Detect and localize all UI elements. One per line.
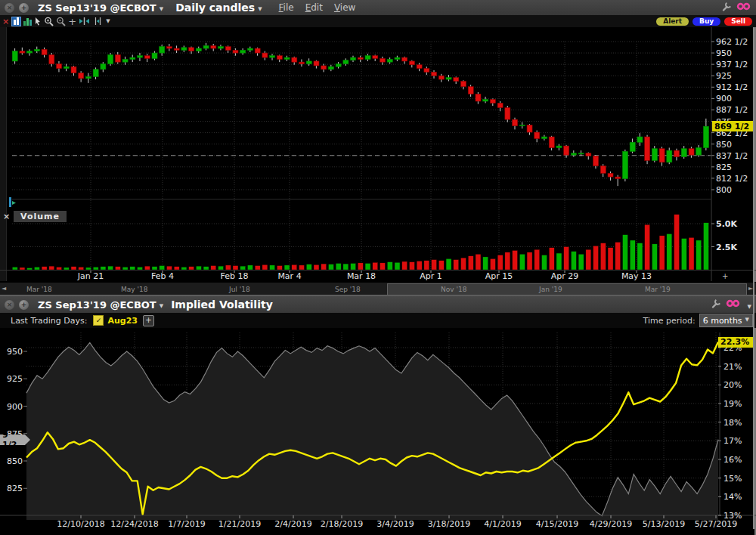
sell-button[interactable]: Sell (724, 17, 752, 26)
svg-text:19%: 19% (723, 399, 742, 409)
svg-text:900: 900 (716, 94, 732, 104)
menu-bar: File Edit View (279, 2, 356, 13)
chart-type-icon[interactable] (11, 17, 21, 26)
last-trading-days-label: Last Trading Days: (11, 316, 87, 326)
link-group-icon[interactable] (736, 1, 751, 15)
contract-label: ZS Sep13'19 @ECBOT (38, 2, 156, 14)
expiry-label[interactable]: Aug23 (107, 316, 138, 326)
svg-text:Jan 21: Jan 21 (77, 271, 104, 281)
svg-text:812 1/2: 812 1/2 (716, 174, 748, 184)
svg-text:Feb 18: Feb 18 (221, 271, 249, 281)
time-period-select[interactable]: 6 months (699, 314, 753, 327)
remove-study-icon[interactable]: × (2, 17, 9, 26)
right-edge-strip (753, 27, 754, 529)
timeline-label: Jan '19 (539, 286, 562, 293)
timeline-label: May '18 (121, 286, 147, 293)
contract-label: ZS Sep13'19 @ECBOT (38, 299, 156, 311)
svg-text:2.5K: 2.5K (716, 243, 737, 252)
iv-chart-titlebar: × + ZS Sep13'19 @ECBOT Implied Volatilit… (0, 296, 756, 313)
svg-text:Apr 15: Apr 15 (485, 271, 513, 281)
study-title: Implied Volatility (171, 298, 273, 311)
link-group-icon[interactable] (726, 298, 751, 312)
close-window-icon[interactable]: × (5, 3, 14, 13)
svg-text:16%: 16% (723, 455, 742, 465)
toolbar-dropdown-icon[interactable]: ▼ (106, 17, 110, 26)
svg-text:5/27/2019: 5/27/2019 (695, 519, 737, 529)
volume-close-icon[interactable]: × (3, 212, 10, 221)
add-expiry-button[interactable]: + (143, 315, 154, 326)
last-price-tag: 869 1/2 (712, 121, 754, 131)
timeline-label: Nov '18 (441, 286, 466, 293)
svg-text:837 1/2: 837 1/2 (716, 151, 748, 161)
svg-text:Apr 1: Apr 1 (420, 271, 442, 281)
svg-text:Feb 4: Feb 4 (151, 271, 174, 281)
svg-text:2/18/2019: 2/18/2019 (321, 519, 363, 529)
svg-text:12/10/2018: 12/10/2018 (57, 519, 104, 529)
svg-text:20%: 20% (723, 380, 742, 390)
contract-selector[interactable]: ZS Sep13'19 @ECBOT (38, 2, 163, 14)
svg-text:4/1/2019: 4/1/2019 (484, 519, 521, 529)
svg-text:962 1/2: 962 1/2 (716, 37, 748, 47)
contract-selector[interactable]: ZS Sep13'19 @ECBOT (38, 299, 163, 311)
svg-text:1/7/2019: 1/7/2019 (168, 519, 205, 529)
svg-text:17%: 17% (723, 436, 742, 446)
svg-text:825: 825 (716, 162, 732, 172)
close-window-icon[interactable]: × (5, 300, 14, 310)
menu-view[interactable]: View (334, 2, 355, 13)
expiry-checkbox[interactable]: ✓ (93, 315, 104, 326)
svg-text:5.0K: 5.0K (716, 219, 737, 229)
add-window-icon[interactable]: + (19, 300, 29, 310)
chart-type-selector[interactable]: Daily candles (175, 2, 262, 14)
menu-edit[interactable]: Edit (305, 2, 323, 13)
cursor-icon[interactable] (34, 17, 42, 26)
zoom-out-icon[interactable] (56, 17, 66, 26)
zoom-in-icon[interactable] (44, 17, 54, 26)
svg-text:3/4/2019: 3/4/2019 (376, 519, 414, 529)
alert-button[interactable]: Alert (656, 17, 689, 26)
svg-text:14%: 14% (723, 492, 742, 502)
svg-text:21%: 21% (723, 362, 742, 372)
bar-chart-icon[interactable] (23, 17, 32, 26)
timeline-label: Mar '18 (26, 286, 52, 293)
top-chart-titlebar: × + ZS Sep13'19 @ECBOT Daily candles Fil… (0, 0, 756, 15)
svg-text:2/4/2019: 2/4/2019 (274, 519, 311, 529)
svg-text:850: 850 (7, 456, 23, 466)
chart-type-label: Daily candles (175, 2, 255, 14)
svg-text:Mar 18: Mar 18 (347, 271, 376, 281)
timeline-label: Sep '18 (335, 286, 361, 293)
buy-button[interactable]: Buy (692, 17, 720, 26)
chart-toolbar: × + ▼ Alert Buy Sell (0, 15, 756, 27)
timeline-scrollbar[interactable]: ◄ ► Mar '18May '18Jul '18Sep '18Nov '18J… (0, 282, 756, 295)
svg-text:3/18/2019: 3/18/2019 (428, 519, 470, 529)
crosshair-icon[interactable]: + (68, 17, 76, 26)
svg-text:Apr 29: Apr 29 (551, 271, 579, 281)
time-period-label: Time period: (643, 316, 696, 326)
wrench-icon[interactable] (711, 298, 721, 312)
price-marker-tag: 9 1/2 (0, 434, 25, 445)
svg-text:Mar 4: Mar 4 (277, 271, 301, 281)
svg-text:4/29/2019: 4/29/2019 (590, 519, 632, 529)
menu-file[interactable]: File (279, 2, 294, 13)
svg-text:+: + (722, 272, 728, 280)
svg-text:4/15/2019: 4/15/2019 (536, 519, 578, 529)
expand-candles-icon[interactable] (79, 17, 90, 26)
last-iv-tag: 22.3% (718, 337, 754, 348)
svg-text:900: 900 (7, 402, 23, 412)
scroll-left-icon[interactable]: ◄ (2, 285, 6, 292)
candlestick-chart[interactable]: 962 1/2950937 1/2925912 1/2900887 1/2875… (0, 27, 756, 282)
price-area (26, 342, 718, 520)
svg-text:887 1/2: 887 1/2 (716, 105, 748, 115)
trading-workspace: × + ZS Sep13'19 @ECBOT Daily candles Fil… (0, 0, 756, 535)
svg-text:800: 800 (716, 185, 732, 195)
svg-text:18%: 18% (723, 418, 742, 428)
volume-pane-label[interactable]: Volume (14, 211, 67, 222)
add-window-icon[interactable]: + (19, 3, 29, 13)
volume-bars (12, 215, 708, 270)
implied-volatility-chart[interactable]: 22%21%20%19%18%17%16%15%14%13%9509259008… (0, 328, 756, 535)
wrench-icon[interactable] (721, 1, 732, 15)
svg-text:950: 950 (7, 347, 23, 357)
svg-text:950: 950 (716, 48, 732, 58)
shrink-candles-icon[interactable] (92, 17, 104, 26)
svg-text:912 1/2: 912 1/2 (716, 82, 748, 92)
svg-text:850: 850 (716, 140, 732, 150)
